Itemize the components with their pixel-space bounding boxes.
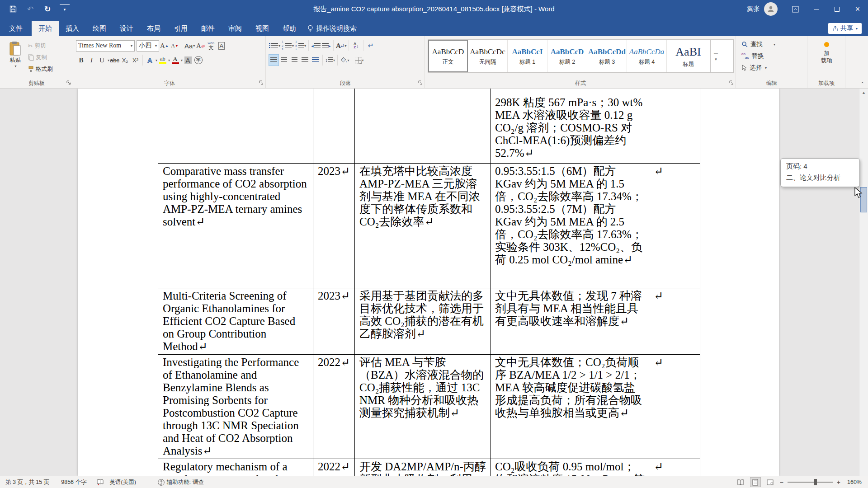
table-cell[interactable]: Investigating the Performance of Ethanol… xyxy=(158,355,313,459)
tab-design[interactable]: 设计 xyxy=(113,21,140,36)
collapse-ribbon-icon[interactable]: ⌃ xyxy=(861,81,864,86)
bullets-button[interactable]: ▾ xyxy=(269,40,281,52)
tab-layout[interactable]: 布局 xyxy=(140,21,167,36)
table-cell[interactable]: Comparative mass transfer performance of… xyxy=(158,164,313,288)
shrink-font-button[interactable]: A▼ xyxy=(170,40,180,52)
style-heading-3[interactable]: AaBbCcDd 标题 3 xyxy=(587,40,627,72)
table-cell[interactable] xyxy=(649,89,700,164)
avatar[interactable] xyxy=(764,2,778,16)
enclose-characters-button[interactable]: 字 xyxy=(193,54,203,66)
multilevel-list-button[interactable]: 1ai▾ xyxy=(294,40,307,52)
redo-icon[interactable]: ↻ xyxy=(42,4,52,14)
strikethrough-button[interactable]: abc xyxy=(109,54,120,66)
restore-button[interactable] xyxy=(826,0,847,18)
zoom-slider[interactable] xyxy=(788,482,833,483)
language-indicator[interactable]: 英语(美国) xyxy=(110,479,136,486)
text-effects-button[interactable]: A xyxy=(145,54,155,66)
find-button[interactable]: 查找 ▾ xyxy=(739,38,805,50)
undo-icon[interactable]: ↶ xyxy=(25,4,35,14)
read-mode-button[interactable] xyxy=(735,477,746,487)
minimize-button[interactable] xyxy=(806,0,826,18)
change-case-button[interactable]: Aa▾ xyxy=(184,40,195,52)
style-heading-1[interactable]: AaBbCcI 标题 1 xyxy=(508,40,547,72)
style-heading-2[interactable]: AaBbCcD 标题 2 xyxy=(547,40,587,72)
tab-help[interactable]: 帮助 xyxy=(276,21,303,36)
character-shading-button[interactable]: A xyxy=(183,54,193,66)
align-right-button[interactable] xyxy=(289,54,300,66)
borders-button[interactable]: ▾ xyxy=(354,54,364,66)
table-cell[interactable]: 298K 粘度 567 mPa·s；30 wt% MEA 水溶液吸收容量 0.1… xyxy=(491,89,649,164)
sort-button[interactable]: AZ ↓ xyxy=(351,40,361,52)
save-icon[interactable] xyxy=(8,4,18,14)
table-cell[interactable]: 评估 MEA 与苄胺（BZA）水溶液混合物的 CO₂捕获性能，通过 13C NM… xyxy=(355,355,491,459)
tab-mailings[interactable]: 邮件 xyxy=(194,21,222,36)
table-cell[interactable]: ↵ xyxy=(649,459,700,476)
style-heading-4[interactable]: AaBbCcDa 标题 4 xyxy=(627,40,667,72)
table-cell[interactable] xyxy=(158,89,313,164)
table-cell[interactable]: 在填充塔中比较高浓度 AMP-PZ-MEA 三元胺溶剂与基准 MEA 在不同浓度… xyxy=(355,164,491,288)
line-spacing-button[interactable]: ↕▾ xyxy=(325,54,335,66)
share-button[interactable]: 共享 ▾ xyxy=(828,23,862,34)
print-layout-button[interactable] xyxy=(750,477,761,487)
table-cell[interactable]: CO₂吸收负荷 0.95 mol/mol；饱和溶液粘度 15.00 mPa·s；… xyxy=(491,459,649,476)
bold-button[interactable]: B xyxy=(76,54,86,66)
table-cell[interactable] xyxy=(313,89,355,164)
styles-more-button[interactable]: — ▾ xyxy=(710,40,721,72)
select-button[interactable]: 选择 ▾ xyxy=(739,62,805,74)
proofing-status-icon[interactable] xyxy=(97,479,104,485)
font-name-combo[interactable]: Times New Rom▾ xyxy=(76,40,135,52)
close-button[interactable]: × xyxy=(847,0,868,18)
align-center-button[interactable] xyxy=(279,54,289,66)
cut-button[interactable]: ✂ 剪切 xyxy=(28,40,53,51)
ribbon-display-options-icon[interactable] xyxy=(785,0,806,18)
table-cell[interactable]: Regulatory mechanism of a novel non-aque… xyxy=(158,459,313,476)
accessibility-status[interactable]: 辅助功能: 调查 xyxy=(158,479,204,486)
align-left-button[interactable] xyxy=(269,54,279,66)
table-cell[interactable]: 开发 DA2MP/AMP/n-丙醇新型非水吸收剂，利用 NMR 和量子化学计算研… xyxy=(355,459,491,476)
web-layout-button[interactable] xyxy=(765,477,776,487)
phonetic-guide-button[interactable]: wén 文 xyxy=(206,40,216,52)
grow-font-button[interactable]: A▲ xyxy=(159,40,170,52)
character-border-button[interactable]: A xyxy=(216,40,226,52)
tab-draw[interactable]: 绘图 xyxy=(86,21,113,36)
show-hide-marks-button[interactable]: ↵ xyxy=(365,40,376,52)
tab-references[interactable]: 引用 xyxy=(167,21,194,36)
customize-qat-icon[interactable]: ▾ xyxy=(60,4,70,14)
account-user-name[interactable]: 翼张 xyxy=(747,5,760,13)
table-cell[interactable]: 2023↵ xyxy=(313,164,355,288)
table-cell[interactable]: 2022↵ xyxy=(313,355,355,459)
superscript-button[interactable]: X² xyxy=(130,54,141,66)
table-cell[interactable]: 2022↵ xyxy=(313,459,355,476)
font-color-button[interactable]: A xyxy=(170,54,180,66)
style-no-spacing[interactable]: AaBbCcDc 无间隔 xyxy=(468,40,508,72)
tab-insert[interactable]: 插入 xyxy=(59,21,86,36)
document-page[interactable]: 298K 粘度 567 mPa·s；30 wt% MEA 水溶液吸收容量 0.1… xyxy=(78,89,779,476)
table-cell[interactable]: 2023↵ xyxy=(313,288,355,355)
copy-button[interactable]: 复制 xyxy=(28,52,53,63)
asian-layout-button[interactable]: A⇄▾ xyxy=(335,40,347,52)
italic-button[interactable]: I xyxy=(86,54,97,66)
word-count[interactable]: 9856 个字 xyxy=(61,479,86,486)
tell-me-search[interactable]: 操作说明搜索 xyxy=(307,21,357,36)
format-painter-button[interactable]: 格式刷 xyxy=(28,64,53,75)
zoom-level[interactable]: 160% xyxy=(847,479,862,485)
table-cell[interactable]: 文中无具体数值；CO₂负荷顺序 BZA/MEA 1/2 > 1/1 > 2/1；… xyxy=(491,355,649,459)
zoom-in-button[interactable]: + xyxy=(837,479,840,486)
clear-formatting-button[interactable]: A xyxy=(195,40,206,52)
font-size-combo[interactable]: 小四▾ xyxy=(137,40,159,52)
tab-view[interactable]: 视图 xyxy=(249,21,276,36)
table-cell[interactable]: 文中无具体数值；发现 7 种溶剂具有与 MEA 相当性能且具有更高吸收速率和溶解… xyxy=(491,288,649,355)
zoom-out-button[interactable]: − xyxy=(780,479,783,486)
vertical-scrollbar[interactable]: ▲ xyxy=(859,89,868,476)
tab-file[interactable]: 文件 xyxy=(0,21,32,36)
table-cell[interactable]: ↵ xyxy=(649,288,700,355)
scroll-up-arrow-icon[interactable]: ▲ xyxy=(859,90,868,95)
table-cell[interactable]: 采用基于基团贡献法的多目标优化技术，筛选用于高效 CO₂捕获的潜在有机乙醇胺溶剂… xyxy=(355,288,491,355)
table-cell[interactable]: ↵ xyxy=(649,355,700,459)
table-cell[interactable]: ↵ xyxy=(649,164,700,288)
tab-review[interactable]: 审阅 xyxy=(222,21,249,36)
style-normal[interactable]: AaBbCcD 正文 xyxy=(428,40,468,72)
style-title[interactable]: AaBI 标题 xyxy=(667,40,710,72)
page-indicator[interactable]: 第 3 页，共 15 页 xyxy=(5,479,49,486)
tab-home[interactable]: 开始 xyxy=(32,21,59,36)
